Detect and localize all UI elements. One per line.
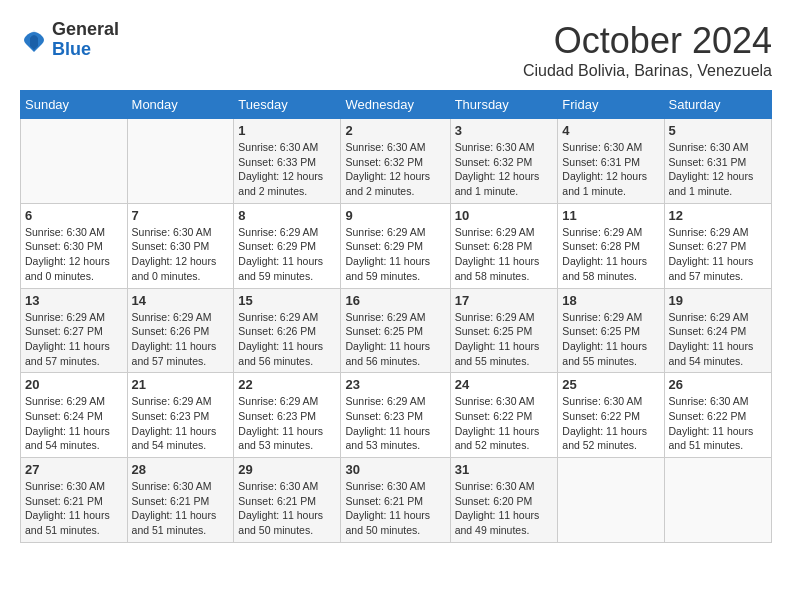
day-info: Sunrise: 6:29 AM Sunset: 6:26 PM Dayligh… [238, 310, 336, 369]
day-number: 4 [562, 123, 659, 138]
calendar-cell: 5Sunrise: 6:30 AM Sunset: 6:31 PM Daylig… [664, 119, 771, 204]
day-header-monday: Monday [127, 91, 234, 119]
week-row-2: 6Sunrise: 6:30 AM Sunset: 6:30 PM Daylig… [21, 203, 772, 288]
day-number: 21 [132, 377, 230, 392]
day-number: 13 [25, 293, 123, 308]
day-number: 24 [455, 377, 554, 392]
day-number: 15 [238, 293, 336, 308]
day-info: Sunrise: 6:29 AM Sunset: 6:27 PM Dayligh… [669, 225, 767, 284]
day-info: Sunrise: 6:30 AM Sunset: 6:21 PM Dayligh… [238, 479, 336, 538]
day-number: 17 [455, 293, 554, 308]
day-number: 19 [669, 293, 767, 308]
calendar-cell: 27Sunrise: 6:30 AM Sunset: 6:21 PM Dayli… [21, 458, 128, 543]
title-block: October 2024 Ciudad Bolivia, Barinas, Ve… [523, 20, 772, 80]
calendar-cell: 23Sunrise: 6:29 AM Sunset: 6:23 PM Dayli… [341, 373, 450, 458]
day-info: Sunrise: 6:30 AM Sunset: 6:21 PM Dayligh… [132, 479, 230, 538]
day-header-friday: Friday [558, 91, 664, 119]
day-info: Sunrise: 6:29 AM Sunset: 6:29 PM Dayligh… [238, 225, 336, 284]
logo-general: General [52, 20, 119, 40]
calendar-cell: 21Sunrise: 6:29 AM Sunset: 6:23 PM Dayli… [127, 373, 234, 458]
day-info: Sunrise: 6:29 AM Sunset: 6:27 PM Dayligh… [25, 310, 123, 369]
subtitle: Ciudad Bolivia, Barinas, Venezuela [523, 62, 772, 80]
day-info: Sunrise: 6:29 AM Sunset: 6:25 PM Dayligh… [455, 310, 554, 369]
day-number: 30 [345, 462, 445, 477]
day-header-saturday: Saturday [664, 91, 771, 119]
day-number: 6 [25, 208, 123, 223]
calendar-table: SundayMondayTuesdayWednesdayThursdayFrid… [20, 90, 772, 543]
day-info: Sunrise: 6:29 AM Sunset: 6:25 PM Dayligh… [345, 310, 445, 369]
day-number: 26 [669, 377, 767, 392]
calendar-cell: 28Sunrise: 6:30 AM Sunset: 6:21 PM Dayli… [127, 458, 234, 543]
calendar-cell: 17Sunrise: 6:29 AM Sunset: 6:25 PM Dayli… [450, 288, 558, 373]
day-number: 2 [345, 123, 445, 138]
day-info: Sunrise: 6:29 AM Sunset: 6:25 PM Dayligh… [562, 310, 659, 369]
day-header-tuesday: Tuesday [234, 91, 341, 119]
day-info: Sunrise: 6:29 AM Sunset: 6:24 PM Dayligh… [669, 310, 767, 369]
calendar-cell: 24Sunrise: 6:30 AM Sunset: 6:22 PM Dayli… [450, 373, 558, 458]
day-info: Sunrise: 6:30 AM Sunset: 6:22 PM Dayligh… [455, 394, 554, 453]
calendar-cell: 29Sunrise: 6:30 AM Sunset: 6:21 PM Dayli… [234, 458, 341, 543]
week-row-3: 13Sunrise: 6:29 AM Sunset: 6:27 PM Dayli… [21, 288, 772, 373]
day-info: Sunrise: 6:29 AM Sunset: 6:23 PM Dayligh… [132, 394, 230, 453]
calendar-cell: 19Sunrise: 6:29 AM Sunset: 6:24 PM Dayli… [664, 288, 771, 373]
logo-blue: Blue [52, 40, 119, 60]
calendar-cell: 1Sunrise: 6:30 AM Sunset: 6:33 PM Daylig… [234, 119, 341, 204]
day-info: Sunrise: 6:29 AM Sunset: 6:24 PM Dayligh… [25, 394, 123, 453]
day-header-sunday: Sunday [21, 91, 128, 119]
day-number: 7 [132, 208, 230, 223]
calendar-cell: 31Sunrise: 6:30 AM Sunset: 6:20 PM Dayli… [450, 458, 558, 543]
calendar-cell [21, 119, 128, 204]
day-number: 12 [669, 208, 767, 223]
calendar-cell: 7Sunrise: 6:30 AM Sunset: 6:30 PM Daylig… [127, 203, 234, 288]
calendar-cell: 6Sunrise: 6:30 AM Sunset: 6:30 PM Daylig… [21, 203, 128, 288]
calendar-cell: 8Sunrise: 6:29 AM Sunset: 6:29 PM Daylig… [234, 203, 341, 288]
day-info: Sunrise: 6:29 AM Sunset: 6:23 PM Dayligh… [238, 394, 336, 453]
calendar-cell: 2Sunrise: 6:30 AM Sunset: 6:32 PM Daylig… [341, 119, 450, 204]
day-info: Sunrise: 6:30 AM Sunset: 6:33 PM Dayligh… [238, 140, 336, 199]
day-info: Sunrise: 6:29 AM Sunset: 6:28 PM Dayligh… [455, 225, 554, 284]
calendar-cell: 18Sunrise: 6:29 AM Sunset: 6:25 PM Dayli… [558, 288, 664, 373]
calendar-cell: 12Sunrise: 6:29 AM Sunset: 6:27 PM Dayli… [664, 203, 771, 288]
day-number: 18 [562, 293, 659, 308]
day-number: 16 [345, 293, 445, 308]
calendar-cell: 16Sunrise: 6:29 AM Sunset: 6:25 PM Dayli… [341, 288, 450, 373]
calendar-cell: 13Sunrise: 6:29 AM Sunset: 6:27 PM Dayli… [21, 288, 128, 373]
logo-text: General Blue [52, 20, 119, 60]
calendar-cell: 22Sunrise: 6:29 AM Sunset: 6:23 PM Dayli… [234, 373, 341, 458]
day-number: 20 [25, 377, 123, 392]
day-number: 31 [455, 462, 554, 477]
day-info: Sunrise: 6:30 AM Sunset: 6:32 PM Dayligh… [455, 140, 554, 199]
day-number: 28 [132, 462, 230, 477]
day-number: 25 [562, 377, 659, 392]
header-row: SundayMondayTuesdayWednesdayThursdayFrid… [21, 91, 772, 119]
day-number: 5 [669, 123, 767, 138]
day-info: Sunrise: 6:30 AM Sunset: 6:22 PM Dayligh… [562, 394, 659, 453]
day-info: Sunrise: 6:29 AM Sunset: 6:23 PM Dayligh… [345, 394, 445, 453]
day-number: 1 [238, 123, 336, 138]
calendar-cell: 3Sunrise: 6:30 AM Sunset: 6:32 PM Daylig… [450, 119, 558, 204]
day-number: 23 [345, 377, 445, 392]
calendar-cell: 25Sunrise: 6:30 AM Sunset: 6:22 PM Dayli… [558, 373, 664, 458]
day-number: 22 [238, 377, 336, 392]
day-header-wednesday: Wednesday [341, 91, 450, 119]
day-number: 9 [345, 208, 445, 223]
calendar-cell [127, 119, 234, 204]
day-number: 8 [238, 208, 336, 223]
day-info: Sunrise: 6:30 AM Sunset: 6:32 PM Dayligh… [345, 140, 445, 199]
logo-icon [20, 26, 48, 54]
day-info: Sunrise: 6:30 AM Sunset: 6:31 PM Dayligh… [669, 140, 767, 199]
calendar-cell [558, 458, 664, 543]
calendar-cell: 9Sunrise: 6:29 AM Sunset: 6:29 PM Daylig… [341, 203, 450, 288]
day-info: Sunrise: 6:30 AM Sunset: 6:30 PM Dayligh… [25, 225, 123, 284]
week-row-5: 27Sunrise: 6:30 AM Sunset: 6:21 PM Dayli… [21, 458, 772, 543]
day-number: 29 [238, 462, 336, 477]
calendar-cell: 30Sunrise: 6:30 AM Sunset: 6:21 PM Dayli… [341, 458, 450, 543]
calendar-cell: 10Sunrise: 6:29 AM Sunset: 6:28 PM Dayli… [450, 203, 558, 288]
day-info: Sunrise: 6:30 AM Sunset: 6:20 PM Dayligh… [455, 479, 554, 538]
day-header-thursday: Thursday [450, 91, 558, 119]
calendar-cell: 4Sunrise: 6:30 AM Sunset: 6:31 PM Daylig… [558, 119, 664, 204]
day-number: 14 [132, 293, 230, 308]
day-info: Sunrise: 6:29 AM Sunset: 6:28 PM Dayligh… [562, 225, 659, 284]
week-row-1: 1Sunrise: 6:30 AM Sunset: 6:33 PM Daylig… [21, 119, 772, 204]
day-info: Sunrise: 6:30 AM Sunset: 6:30 PM Dayligh… [132, 225, 230, 284]
